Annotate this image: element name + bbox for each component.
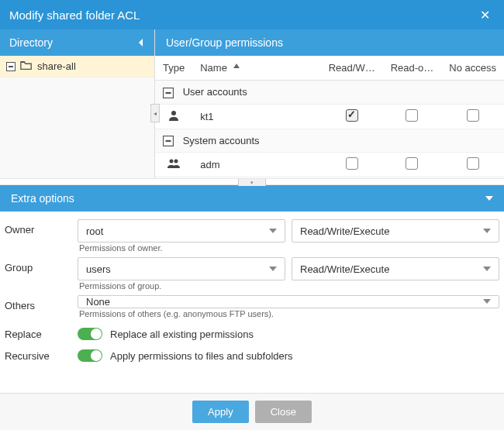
- directory-panel: Directory share-all: [0, 29, 155, 178]
- directory-header-label: Directory: [9, 36, 137, 49]
- tree-item-label: share-all: [37, 60, 76, 72]
- replace-toggle[interactable]: [78, 328, 102, 340]
- col-noaccess[interactable]: No access: [441, 56, 504, 81]
- permissions-table: Type Name Read/W… Read-o… No access: [155, 56, 504, 177]
- others-value: None: [86, 296, 483, 308]
- replace-text: Replace all existing permissions: [110, 329, 254, 340]
- group-value: users: [86, 263, 269, 275]
- chevron-left-icon[interactable]: [137, 36, 145, 49]
- svg-rect-1: [9, 66, 13, 67]
- noaccess-checkbox[interactable]: [467, 109, 479, 122]
- owner-row: Owner root Read/Write/Execute Permission…: [5, 219, 499, 253]
- group-label: System accounts: [183, 135, 260, 146]
- noaccess-checkbox[interactable]: [467, 157, 479, 170]
- tree-item[interactable]: share-all: [0, 56, 154, 77]
- recursive-text: Apply permissions to files and subfolder…: [110, 350, 293, 362]
- group-helper: Permissions of group.: [78, 281, 499, 291]
- name-cell: kt1: [192, 104, 321, 129]
- directory-tree: share-all: [0, 56, 154, 178]
- mid-collapse-bar: [0, 178, 504, 185]
- col-readonly[interactable]: Read-o…: [383, 56, 442, 81]
- extra-options-body: Owner root Read/Write/Execute Permission…: [0, 212, 504, 393]
- group-perm-value: Read/Write/Execute: [300, 263, 483, 275]
- dialog-footer: Apply Close: [0, 393, 504, 430]
- person-icon: [167, 112, 180, 124]
- chevron-down-icon: [483, 263, 491, 275]
- owner-helper: Permissions of owner.: [78, 243, 499, 253]
- extra-options-label: Extra options: [11, 192, 485, 205]
- readwrite-checkbox[interactable]: [346, 109, 358, 122]
- minus-square-icon[interactable]: [163, 136, 174, 146]
- readwrite-checkbox[interactable]: [346, 157, 358, 170]
- col-name[interactable]: Name: [192, 56, 321, 81]
- group-icon: [167, 160, 180, 172]
- recursive-toggle[interactable]: [78, 349, 102, 362]
- table-row[interactable]: kt1: [155, 104, 504, 129]
- recursive-row: Recursive Apply permissions to files and…: [5, 345, 499, 366]
- type-cell: [155, 104, 192, 129]
- readonly-checkbox[interactable]: [406, 109, 418, 122]
- owner-label: Owner: [5, 219, 78, 236]
- collapse-down-handle[interactable]: [238, 179, 266, 186]
- others-select[interactable]: None: [78, 295, 499, 308]
- others-label: Others: [5, 295, 78, 311]
- svg-rect-3: [166, 91, 171, 93]
- group-header-row[interactable]: User accounts: [155, 81, 504, 105]
- minus-square-icon[interactable]: [6, 62, 16, 71]
- close-icon[interactable]: ✕: [475, 5, 495, 26]
- chevron-down-icon: [485, 192, 493, 205]
- readonly-checkbox[interactable]: [406, 157, 418, 170]
- name-cell: adm: [192, 153, 321, 177]
- svg-point-8: [174, 160, 178, 163]
- type-cell: [155, 153, 192, 177]
- recursive-label: Recursive: [5, 350, 78, 362]
- table-row[interactable]: adm: [155, 153, 504, 177]
- group-select[interactable]: users: [78, 257, 285, 280]
- permissions-header: User/Group permissions: [155, 29, 504, 56]
- close-button[interactable]: Close: [255, 401, 312, 423]
- svg-rect-6: [166, 140, 171, 142]
- directory-header: Directory: [0, 29, 154, 56]
- owner-select[interactable]: root: [78, 219, 285, 243]
- group-label: Group: [5, 257, 78, 273]
- owner-value: root: [86, 225, 269, 237]
- group-header-row[interactable]: System accounts: [155, 129, 504, 153]
- splitter-handle[interactable]: [150, 104, 160, 122]
- chevron-down-icon: [483, 296, 491, 308]
- extra-options-header[interactable]: Extra options: [0, 185, 504, 212]
- titlebar: Modify shared folder ACL ✕: [0, 0, 504, 29]
- owner-perm-select[interactable]: Read/Write/Execute: [292, 219, 499, 243]
- chevron-down-icon: [269, 263, 277, 275]
- dialog-title: Modify shared folder ACL: [9, 9, 475, 22]
- main-split: Directory share-all User/Group permissio…: [0, 29, 504, 178]
- chevron-down-icon: [269, 225, 277, 237]
- col-readwrite[interactable]: Read/W…: [321, 56, 383, 81]
- sort-asc-icon: [230, 62, 240, 74]
- minus-square-icon[interactable]: [163, 88, 174, 98]
- group-row: Group users Read/Write/Execute Permissio…: [5, 257, 499, 291]
- group-label: User accounts: [183, 86, 247, 98]
- folder-open-icon: [20, 60, 33, 73]
- group-perm-select[interactable]: Read/Write/Execute: [292, 257, 499, 280]
- permissions-header-label: User/Group permissions: [166, 36, 283, 49]
- owner-perm-value: Read/Write/Execute: [300, 225, 483, 237]
- others-row: Others None Permissions of others (e.g. …: [5, 295, 499, 318]
- replace-label: Replace: [5, 329, 78, 340]
- svg-point-4: [171, 111, 176, 115]
- col-type[interactable]: Type: [155, 56, 192, 81]
- apply-button[interactable]: Apply: [192, 401, 249, 423]
- others-helper: Permissions of others (e.g. anonymous FT…: [78, 309, 499, 318]
- permissions-panel: User/Group permissions Type Name Read/W……: [155, 29, 504, 178]
- permissions-grid: Type Name Read/W… Read-o… No access: [155, 56, 504, 178]
- replace-row: Replace Replace all existing permissions: [5, 323, 499, 345]
- chevron-down-icon: [483, 225, 491, 237]
- svg-point-7: [170, 160, 174, 163]
